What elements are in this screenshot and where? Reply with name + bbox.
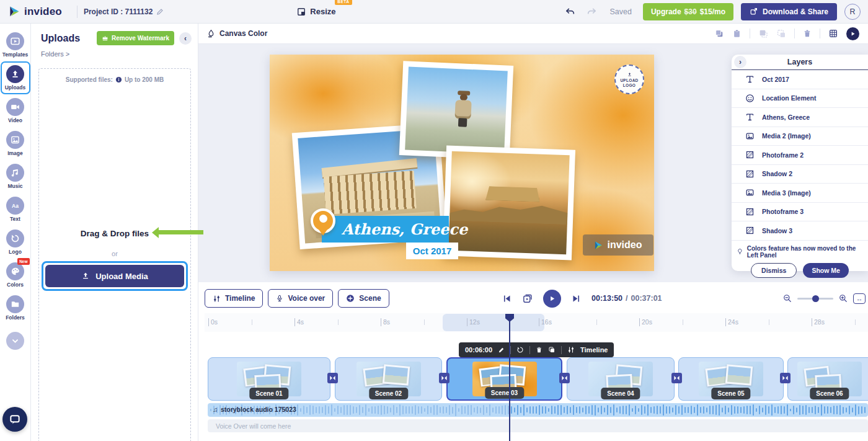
transition-button[interactable]: [559, 373, 570, 383]
sidebar-item-colors[interactable]: New Colors: [1, 259, 30, 292]
upload-media-button[interactable]: Upload Media: [45, 265, 184, 287]
sidebar-item-text[interactable]: Aa Text: [1, 193, 30, 226]
dismiss-button[interactable]: Dismiss: [751, 263, 797, 278]
transition-button[interactable]: [327, 373, 338, 383]
sidebar-item-folders[interactable]: Folders: [1, 292, 30, 324]
remove-watermark-button[interactable]: Remove Watermark: [97, 31, 174, 45]
saved-status: Saved: [609, 7, 631, 16]
folders-breadcrumb[interactable]: Folders >: [31, 49, 198, 63]
add-scene-button[interactable]: Scene: [338, 289, 389, 308]
quick-play-button[interactable]: [846, 27, 859, 40]
layer-row[interactable]: Oct 2017: [732, 70, 868, 89]
show-me-button[interactable]: Show Me: [803, 263, 849, 278]
delete-scene-icon[interactable]: [536, 346, 542, 354]
duplicate-scene-icon[interactable]: [548, 346, 556, 354]
playhead-line[interactable]: [509, 314, 510, 441]
bring-forward-icon[interactable]: [776, 29, 786, 38]
chat-support-button[interactable]: [2, 407, 27, 432]
scene-preview-icon[interactable]: [522, 293, 533, 304]
scene-label: Scene 05: [711, 388, 750, 399]
scene-block-5[interactable]: Scene 05: [678, 357, 784, 401]
zoom-slider-knob[interactable]: [812, 295, 819, 302]
sidebar-item-music[interactable]: Music: [1, 160, 30, 193]
replace-icon[interactable]: [516, 346, 524, 354]
delete-icon[interactable]: [803, 29, 812, 38]
layers-panel: › Layers Oct 2017 Location Element Athen…: [732, 55, 868, 271]
scene-block-3-selected[interactable]: Scene 03: [446, 357, 562, 401]
colors-notice: Colors feature has now moved to the Left…: [732, 241, 868, 278]
scene-block-6[interactable]: Scene 06: [787, 357, 868, 401]
scene-block-1[interactable]: Scene 01: [208, 357, 330, 401]
transition-button[interactable]: [439, 373, 450, 383]
edit-duration-icon[interactable]: [498, 347, 505, 354]
copy-icon[interactable]: [714, 29, 724, 38]
grid-icon[interactable]: [828, 29, 838, 38]
expand-layers-button[interactable]: ›: [734, 56, 746, 68]
zoom-out-icon[interactable]: [783, 294, 792, 303]
layer-row[interactable]: Photoframe 2: [732, 146, 868, 165]
send-backward-icon[interactable]: [758, 29, 768, 38]
upgrade-button[interactable]: Upgrade$30$15/mo: [643, 3, 733, 20]
scene-label: Scene 03: [485, 387, 524, 399]
undo-button[interactable]: [564, 6, 577, 18]
canvas-preview[interactable]: Athens, Greece Oct 2017 UPLOADLOGO invid…: [270, 55, 654, 271]
photo-cityscape[interactable]: [443, 145, 575, 260]
layer-row[interactable]: Media 3 (Image): [732, 184, 868, 203]
layer-row[interactable]: Photoframe 3: [732, 203, 868, 222]
zoom-slider[interactable]: [797, 298, 833, 300]
info-icon[interactable]: [115, 76, 122, 83]
date-box[interactable]: Oct 2017: [406, 243, 458, 259]
sidebar-item-templates[interactable]: Templates: [1, 29, 30, 61]
upload-media-highlight: Upload Media: [42, 261, 188, 291]
ruler-label: 8s: [381, 318, 390, 326]
location-pin-icon[interactable]: [311, 208, 335, 233]
location-ribbon[interactable]: Athens, Greece: [322, 216, 449, 243]
ruler-label: 12s: [467, 318, 480, 326]
edit-pencil-icon[interactable]: [156, 8, 164, 16]
sidebar-item-image[interactable]: Image: [1, 127, 30, 160]
paste-icon[interactable]: [732, 29, 742, 38]
skip-end-icon[interactable]: [572, 294, 581, 303]
upload-icon: [81, 272, 90, 280]
location-layer-icon: [745, 94, 755, 103]
text-layer-icon: [745, 74, 755, 84]
music-icon: [6, 164, 24, 182]
scene-block-4[interactable]: Scene 04: [567, 357, 675, 401]
scene-duration[interactable]: 00:06:00: [465, 346, 492, 354]
layer-row[interactable]: Media 2 (Image): [732, 127, 868, 146]
user-avatar[interactable]: R: [844, 4, 861, 20]
scene-block-2[interactable]: Scene 02: [335, 357, 442, 401]
redo-button[interactable]: [585, 6, 598, 18]
download-share-button[interactable]: Download & Share: [741, 3, 837, 20]
fit-timeline-button[interactable]: ↔: [853, 293, 866, 304]
sidebar-item-logo[interactable]: Logo: [1, 226, 30, 259]
layer-row[interactable]: Shadow 2: [732, 165, 868, 184]
layer-row[interactable]: Shadow 3: [732, 221, 868, 241]
resize-button[interactable]: Resize BETA: [297, 7, 335, 16]
skip-start-icon[interactable]: [502, 294, 512, 303]
sidebar-more-button[interactable]: [1, 324, 30, 357]
layers-title: Layers: [787, 58, 812, 66]
photo-traveler[interactable]: [399, 61, 513, 160]
timeline-edit-icon[interactable]: [567, 346, 575, 354]
layer-row[interactable]: Athens, Greece: [732, 108, 868, 127]
transition-button[interactable]: [780, 373, 790, 383]
canvas-color-button[interactable]: Canvas Color: [207, 29, 267, 38]
voiceover-track[interactable]: Voice Over will come here: [208, 419, 868, 432]
timeline-view-button[interactable]: Timeline: [205, 289, 263, 308]
audio-track[interactable]: ♫ storyblock audio 175023: [208, 403, 868, 417]
zoom-in-icon[interactable]: [839, 294, 848, 303]
voice-over-button[interactable]: Voice over: [268, 289, 333, 308]
chat-icon: [9, 413, 21, 425]
layer-row[interactable]: Location Element: [732, 89, 868, 109]
play-button[interactable]: [543, 290, 561, 308]
invideo-logo[interactable]: invideo: [0, 6, 71, 18]
image-layer-icon: [745, 188, 755, 197]
upload-logo-placeholder[interactable]: UPLOADLOGO: [614, 65, 644, 94]
collapse-panel-button[interactable]: ‹: [179, 32, 192, 45]
drop-zone[interactable]: Supported files: Up to 200 MB Drag & Dro…: [38, 68, 191, 441]
sidebar-item-video[interactable]: Video: [1, 94, 30, 127]
sidebar-item-uploads[interactable]: Uploads: [1, 61, 30, 94]
invideo-logo-icon: [9, 6, 20, 17]
transition-button[interactable]: [671, 373, 682, 383]
